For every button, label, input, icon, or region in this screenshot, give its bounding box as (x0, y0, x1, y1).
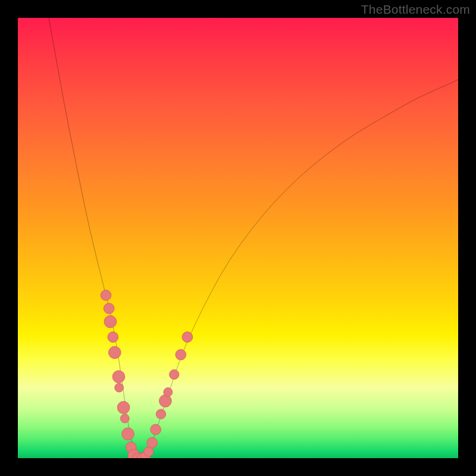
data-marker (164, 388, 173, 397)
watermark-text: TheBottleneck.com (361, 2, 470, 17)
data-marker (112, 371, 125, 383)
data-marker (147, 437, 158, 448)
data-marker (101, 290, 111, 300)
plot-area (18, 18, 458, 458)
data-marker (117, 402, 130, 414)
data-marker (122, 428, 134, 440)
bottleneck-curve (49, 18, 458, 458)
marker-layer (101, 290, 193, 458)
curve-layer (49, 18, 458, 458)
data-marker (159, 394, 172, 407)
data-marker (182, 332, 193, 343)
data-marker (115, 383, 124, 392)
data-marker (104, 315, 117, 328)
data-marker (108, 332, 118, 343)
data-marker (120, 414, 129, 423)
data-marker (156, 409, 165, 419)
data-marker (108, 346, 121, 359)
data-marker (104, 303, 114, 314)
data-marker (176, 349, 186, 360)
chart-svg (18, 18, 458, 458)
chart-frame: TheBottleneck.com (0, 0, 476, 476)
data-marker (151, 424, 161, 435)
data-marker (170, 369, 179, 379)
